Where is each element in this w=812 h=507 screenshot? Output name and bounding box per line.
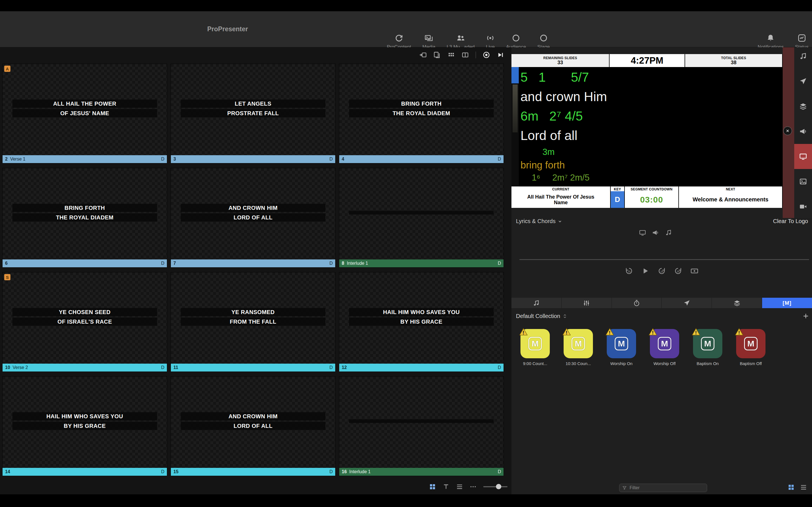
projector-icon <box>691 267 698 275</box>
list-view-button[interactable] <box>800 484 807 492</box>
slide-cell-3[interactable]: LET ANGELSPROSTRATE FALL3D <box>171 64 335 163</box>
panel-tab-messages[interactable] <box>662 298 712 308</box>
copy-button[interactable] <box>434 51 441 59</box>
clear-to-logo-button[interactable]: Clear To Logo <box>773 218 808 224</box>
right-sidebar <box>794 47 812 218</box>
grid-view-button[interactable] <box>788 484 795 492</box>
segment-countdown: SEGMENT COUNTDOWN 03:00 <box>625 186 678 208</box>
remaining-slides-value: 33 <box>557 60 563 65</box>
macro-tile[interactable]: M <box>564 329 593 358</box>
stage-display-preview: 5 1 5/7and crown Him6m 2⁷ 4/5Lord of all… <box>511 67 783 186</box>
slide-cell-14[interactable]: HAIL HIM WHO SAVES YOUBY HIS GRACE14D <box>3 377 167 476</box>
slide-cell-16[interactable]: 16Interlude 1D <box>339 377 504 476</box>
macro-baptism-on[interactable]: MBaptism On <box>693 329 722 366</box>
zoom-slider-knob[interactable] <box>496 484 501 489</box>
zoom-slider[interactable] <box>483 486 507 487</box>
panel-tab-mixer[interactable] <box>562 298 612 308</box>
macro-tile[interactable]: M <box>693 329 722 358</box>
macro-tile[interactable]: M <box>736 329 765 358</box>
sidebar-photo[interactable] <box>794 169 812 194</box>
slide-cell-7[interactable]: AND CROWN HIMLORD OF ALL7D <box>171 168 335 267</box>
display-icon <box>639 229 646 236</box>
send-icon <box>683 300 690 306</box>
macro-tile[interactable]: M <box>650 329 679 358</box>
sidebar-camera[interactable] <box>794 194 812 218</box>
slide-preview: AND CROWN HIMLORD OF ALL <box>171 203 335 223</box>
projector-button[interactable] <box>691 267 698 275</box>
slide-cell-15[interactable]: AND CROWN HIMLORD OF ALL15D <box>171 377 335 476</box>
slide-arrow-button[interactable] <box>419 51 426 59</box>
fader-icon <box>583 300 590 306</box>
megaphone-toggle[interactable] <box>652 229 659 237</box>
text-view-button[interactable] <box>443 483 449 490</box>
slide-cell-11[interactable]: YE RANSOMEDFROM THE FALL11D <box>171 272 335 372</box>
sidebar-send[interactable] <box>794 69 812 94</box>
display-toggle[interactable] <box>639 229 646 237</box>
macro-10-30-coun[interactable]: M10:30 Coun... <box>564 329 593 366</box>
filter-box[interactable] <box>619 484 707 492</box>
filter-input[interactable] <box>629 485 704 491</box>
slide-text-line: HAIL HIM WHO SAVES YOU <box>12 412 157 420</box>
slide-text-line-empty <box>349 211 494 215</box>
slide-cell-6[interactable]: BRING FORTHTHE ROYAL DIADEM6D <box>3 168 167 267</box>
sidebar-megaphone[interactable] <box>794 119 812 144</box>
titlebar: ProPresenter ProContentMediaL3 Mu...aded… <box>0 11 812 47</box>
macro-worship-off[interactable]: MWorship Off <box>650 329 679 366</box>
slide-cell-12[interactable]: HAIL HIM WHO SAVES YOUBY HIS GRACE12D <box>339 272 504 372</box>
panel-tab-props[interactable] <box>712 298 762 308</box>
list-view-button[interactable] <box>456 483 463 490</box>
slide-flag: D <box>329 469 333 474</box>
mini-slide-strip[interactable] <box>511 67 519 186</box>
macro-worship-on[interactable]: MWorship On <box>607 329 636 366</box>
slide-cell-4[interactable]: BRING FORTHTHE ROYAL DIADEM4D <box>339 64 504 163</box>
more-button[interactable] <box>470 483 476 490</box>
sidebar-music-note[interactable] <box>794 47 812 69</box>
slide-number: 8 <box>342 261 344 266</box>
next-item: NEXT Welcome & Announcements <box>679 186 782 208</box>
forward15-button[interactable]: 15 <box>658 267 666 275</box>
layer-dropdown-label: Lyrics & Chords <box>516 218 555 224</box>
slide-panel: AALL HAIL THE POWEROF JESUS' NAME2Verse … <box>0 47 511 494</box>
panel-tab-timers[interactable] <box>612 298 662 308</box>
macro-baptism-off[interactable]: MBaptism Off <box>736 329 765 366</box>
music-note-toggle[interactable] <box>665 229 672 237</box>
slide-cell-2[interactable]: AALL HAIL THE POWEROF JESUS' NAME2Verse … <box>3 64 167 163</box>
skip-end-button[interactable] <box>497 51 504 59</box>
close-button[interactable] <box>783 126 792 135</box>
add-button[interactable] <box>802 313 809 320</box>
macro-tile[interactable]: M <box>607 329 636 358</box>
slide-preview <box>339 210 504 216</box>
macro-grid: M9:00 Count...M10:30 Coun...MWorship OnM… <box>520 329 765 366</box>
macro-logo-icon: M <box>701 337 714 350</box>
slide-label: 3D <box>171 155 335 163</box>
macro-name: Worship Off <box>654 361 676 366</box>
collection-name: Default Collection <box>516 313 560 320</box>
slide-badge: A <box>4 66 10 72</box>
grid-view-icon <box>788 484 795 491</box>
slide-cell-8[interactable]: 8Interlude 1D <box>339 168 504 267</box>
warning-icon <box>605 328 614 336</box>
macro-tile[interactable]: M <box>520 329 550 358</box>
collection-selector[interactable]: Default Collection <box>516 313 567 320</box>
slide-flag: D <box>498 469 501 474</box>
slide-number: 7 <box>173 261 176 266</box>
slide-label: 11D <box>171 363 335 372</box>
stage-line: 5 1 5/7 <box>520 68 607 87</box>
grid-flip-button[interactable] <box>462 51 469 59</box>
skip30-button[interactable]: 30 <box>674 267 682 275</box>
record-button[interactable] <box>483 51 490 59</box>
record-icon <box>483 51 490 59</box>
macro-9-00-count[interactable]: M9:00 Count... <box>520 329 550 366</box>
back15-button[interactable]: 15 <box>625 267 633 275</box>
grid-view-button[interactable] <box>429 483 436 490</box>
layer-dropdown[interactable]: Lyrics & Chords <box>516 218 562 224</box>
sidebar-layers[interactable] <box>794 94 812 119</box>
photo-icon <box>799 178 807 185</box>
sidebar-display[interactable] <box>794 144 812 169</box>
slide-cell-10[interactable]: SYE CHOSEN SEEDOF ISRAEL'S RACE10Verse 2… <box>3 272 167 372</box>
panel-tab-audio[interactable] <box>511 298 562 308</box>
grid-small-button[interactable] <box>448 51 455 59</box>
panel-tab-macros[interactable]: [M] <box>762 298 812 308</box>
play-button[interactable] <box>642 267 649 275</box>
media-progress-bar[interactable] <box>519 259 809 260</box>
